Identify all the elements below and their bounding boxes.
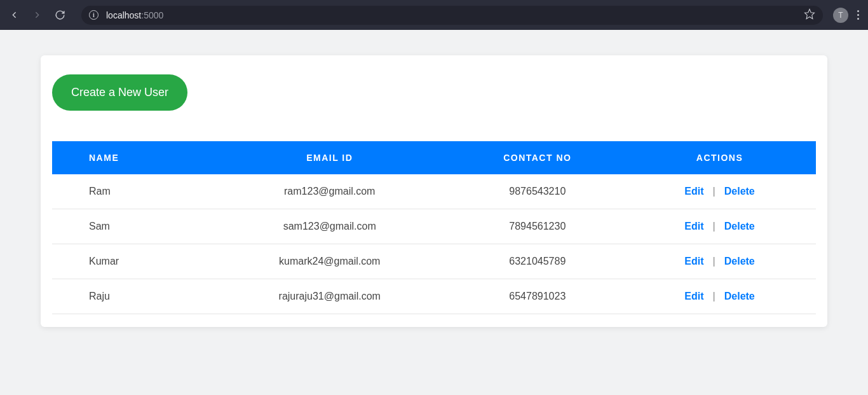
col-contact: CONTACT NO xyxy=(451,141,623,174)
cell-contact: 7894561230 xyxy=(451,209,623,244)
cell-contact: 6547891023 xyxy=(451,279,623,314)
delete-link[interactable]: Delete xyxy=(721,186,759,197)
delete-link[interactable]: Delete xyxy=(721,291,759,301)
cell-name: Raju xyxy=(52,279,208,314)
cell-email: ram123@gmail.com xyxy=(208,174,451,209)
users-card: Create a New User NAME EMAIL ID CONTACT … xyxy=(41,55,827,327)
table-row: Kumarkumark24@gmail.com6321045789Edit|De… xyxy=(52,244,816,279)
create-user-button[interactable]: Create a New User xyxy=(52,74,187,111)
reload-button[interactable] xyxy=(51,6,69,24)
cell-name: Ram xyxy=(52,174,208,209)
col-actions: ACTIONS xyxy=(623,141,816,174)
url-host: localhost xyxy=(106,10,141,20)
cell-name: Kumar xyxy=(52,244,208,279)
cell-contact: 9876543210 xyxy=(451,174,623,209)
edit-link[interactable]: Edit xyxy=(681,221,707,232)
table-row: Ramram123@gmail.com9876543210Edit|Delete xyxy=(52,174,816,209)
cell-actions: Edit|Delete xyxy=(623,174,816,209)
users-table: NAME EMAIL ID CONTACT NO ACTIONS Ramram1… xyxy=(52,141,816,314)
url-text: localhost:5000 xyxy=(106,10,163,20)
cell-contact: 6321045789 xyxy=(451,244,623,279)
table-row: Samsam123@gmail.com7894561230Edit|Delete xyxy=(52,209,816,244)
page-body: Create a New User NAME EMAIL ID CONTACT … xyxy=(0,30,868,352)
svg-marker-0 xyxy=(805,10,815,19)
cell-email: sam123@gmail.com xyxy=(208,209,451,244)
action-separator: | xyxy=(708,221,721,232)
site-info-icon[interactable]: i xyxy=(89,10,98,20)
address-bar[interactable]: i localhost:5000 xyxy=(81,6,823,25)
table-row: Rajurajuraju31@gmail.com6547891023Edit|D… xyxy=(52,279,816,314)
cell-actions: Edit|Delete xyxy=(623,244,816,279)
edit-link[interactable]: Edit xyxy=(681,291,707,301)
profile-avatar[interactable]: T xyxy=(833,8,848,23)
action-separator: | xyxy=(708,291,721,301)
browser-toolbar: i localhost:5000 T xyxy=(0,0,868,30)
cell-email: rajuraju31@gmail.com xyxy=(208,279,451,314)
cell-actions: Edit|Delete xyxy=(623,279,816,314)
cell-actions: Edit|Delete xyxy=(623,209,816,244)
cell-email: kumark24@gmail.com xyxy=(208,244,451,279)
table-header-row: NAME EMAIL ID CONTACT NO ACTIONS xyxy=(52,141,816,174)
browser-menu-icon[interactable] xyxy=(853,10,863,20)
edit-link[interactable]: Edit xyxy=(681,256,707,267)
col-name: NAME xyxy=(52,141,208,174)
url-port: :5000 xyxy=(141,10,163,20)
bookmark-icon[interactable] xyxy=(804,8,815,22)
action-separator: | xyxy=(708,256,721,267)
action-separator: | xyxy=(708,186,721,197)
edit-link[interactable]: Edit xyxy=(681,186,707,197)
cell-name: Sam xyxy=(52,209,208,244)
delete-link[interactable]: Delete xyxy=(721,256,759,267)
col-email: EMAIL ID xyxy=(208,141,451,174)
back-button[interactable] xyxy=(5,6,23,24)
delete-link[interactable]: Delete xyxy=(721,221,759,232)
forward-button[interactable] xyxy=(28,6,46,24)
